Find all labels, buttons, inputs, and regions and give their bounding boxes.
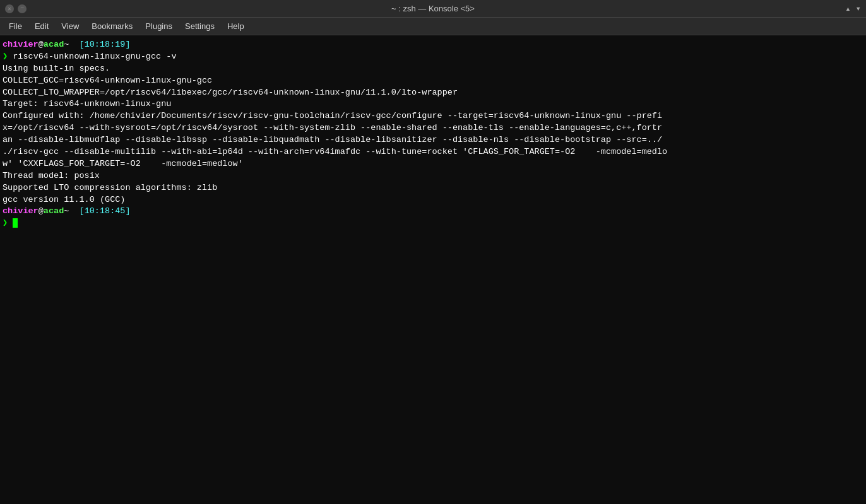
output-1: Using built-in specs. (3, 63, 863, 75)
titlebar-right-controls: ▴ ▾ (845, 3, 861, 14)
menu-edit[interactable]: Edit (28, 19, 55, 33)
output-5: Configured with: /home/chivier/Documents… (3, 110, 863, 122)
output-6: x=/opt/riscv64 --with-sysroot=/opt/riscv… (3, 122, 863, 134)
output-9: w' 'CXXFLAGS_FOR_TARGET=-O2 -mcmodel=med… (3, 158, 863, 170)
output-3: COLLECT_LTO_WRAPPER=/opt/riscv64/libexec… (3, 87, 863, 99)
output-11: Supported LTO compression algorithms: zl… (3, 182, 863, 194)
username-2: chivier (3, 206, 39, 218)
timestamp-2: [10:18:45] (80, 206, 131, 218)
terminal-area[interactable]: chivier@acad ~ [10:18:19] ❯ riscv64-unkn… (0, 35, 866, 504)
chevron-down-icon[interactable]: ▾ (856, 3, 861, 14)
menu-view[interactable]: View (55, 19, 85, 33)
output-8: ./riscv-gcc --disable-multilib --with-ab… (3, 146, 863, 158)
output-7: an --disable-libmudflap --disable-libssp… (3, 134, 863, 146)
menu-plugins[interactable]: Plugins (139, 19, 179, 33)
output-12: gcc version 11.1.0 (GCC) (3, 194, 863, 206)
menu-file[interactable]: File (3, 19, 28, 33)
prompt-line-1: chivier@acad ~ [10:18:19] (3, 39, 863, 51)
username-1: chivier (3, 39, 39, 51)
prompt-line-2: chivier@acad ~ [10:18:45] (3, 206, 863, 218)
close-button[interactable]: ✕ (5, 4, 14, 13)
menu-bookmarks[interactable]: Bookmarks (85, 19, 139, 33)
hostname-2: acad (44, 206, 64, 218)
window-title: ~ : zsh — Konsole <5> (391, 4, 475, 13)
output-4: Target: riscv64-unknown-linux-gnu (3, 98, 863, 110)
active-input-line[interactable]: ❯ (3, 218, 863, 230)
menu-settings[interactable]: Settings (179, 19, 221, 33)
output-10: Thread model: posix (3, 170, 863, 182)
titlebar: ✕ − ~ : zsh — Konsole <5> ▴ ▾ (0, 0, 866, 18)
titlebar-controls: ✕ − (5, 4, 27, 13)
timestamp-1: [10:18:19] (80, 39, 131, 51)
hostname-1: acad (44, 39, 64, 51)
command-line-1: ❯ riscv64-unknown-linux-gnu-gcc -v (3, 51, 863, 63)
menubar: File Edit View Bookmarks Plugins Setting… (0, 18, 866, 35)
cursor (13, 218, 18, 228)
minimize-button[interactable]: − (18, 4, 27, 13)
chevron-up-icon[interactable]: ▴ (845, 3, 850, 14)
output-2: COLLECT_GCC=riscv64-unknown-linux-gnu-gc… (3, 75, 863, 87)
menu-help[interactable]: Help (221, 19, 251, 33)
